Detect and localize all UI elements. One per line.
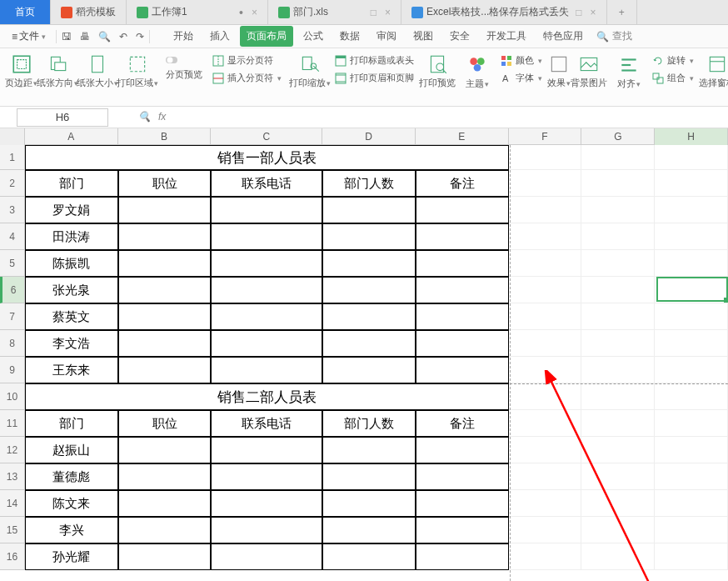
cell[interactable] [416,197,509,223]
row-header[interactable]: 16 [0,543,25,570]
cell[interactable] [655,357,728,383]
row-header[interactable]: 6 [0,277,25,303]
cell[interactable]: 部门 [25,410,118,437]
cell[interactable]: 张光泉 [25,277,118,303]
print-icon[interactable]: 🖶 [80,31,90,43]
row-header[interactable]: 3 [0,197,25,223]
cell[interactable] [118,437,212,463]
cell[interactable] [118,223,212,250]
ribbontab-formula[interactable]: 公式 [297,26,330,47]
cell[interactable] [581,463,655,490]
cell[interactable] [322,303,416,330]
cell[interactable] [416,223,509,250]
cell[interactable] [655,223,728,250]
row-header[interactable]: 15 [0,517,25,543]
cell[interactable] [581,543,655,570]
pin-icon[interactable]: □ [576,7,581,18]
cell[interactable] [416,517,509,543]
table-title-cell[interactable]: 销售一部人员表 [25,145,509,170]
print-preview-button[interactable]: 打印预览 [419,52,456,88]
redo-icon[interactable]: ↷ [136,31,144,43]
cell[interactable] [211,197,322,223]
cell[interactable]: 联系电话 [211,410,322,437]
cell[interactable] [655,437,728,463]
tab-template[interactable]: 稻壳模板 [51,0,127,24]
cell[interactable] [655,543,728,570]
cell[interactable] [509,357,582,383]
cell[interactable] [581,383,655,410]
cell[interactable]: 陈振凯 [25,250,118,277]
cell[interactable] [581,437,655,463]
cell[interactable] [509,303,582,330]
cell[interactable] [118,250,212,277]
cell[interactable]: 田洪涛 [25,223,118,250]
fx-icon[interactable]: 🔍 fx [138,111,166,123]
bgimg-button[interactable]: 背景图片 [571,52,607,88]
row-header[interactable]: 9 [0,357,25,383]
cell[interactable] [211,277,322,303]
cell[interactable] [118,330,212,357]
table-title-cell[interactable]: 销售二部人员表 [25,383,509,410]
cell[interactable] [211,250,322,277]
cell[interactable] [655,330,728,357]
print-titles-button[interactable]: 打印标题或表头 [332,53,417,68]
cell[interactable] [211,463,322,490]
font-button[interactable]: A字体▾ [497,70,546,86]
cell[interactable] [581,517,655,543]
ribbontab-review[interactable]: 审阅 [370,26,403,47]
cell[interactable] [581,277,655,303]
cell[interactable] [509,197,582,223]
ribbontab-data[interactable]: 数据 [333,26,366,47]
row-header[interactable]: 12 [0,437,25,463]
cell[interactable] [581,145,655,170]
cell[interactable]: 董德彪 [25,463,118,490]
file-menu-button[interactable]: ≡文件▾ [7,27,51,46]
cell[interactable] [322,490,416,517]
header-footer-button[interactable]: 打印页眉和页脚 [332,70,417,86]
size-button[interactable]: 纸张大小▾ [77,52,117,89]
cell[interactable] [581,410,655,437]
ribbontab-pagelayout[interactable]: 页面布局 [240,26,293,47]
cell[interactable] [322,197,416,223]
cell[interactable] [211,330,322,357]
cell[interactable] [416,330,509,357]
col-header-E[interactable]: E [416,128,509,145]
cell[interactable] [211,437,322,463]
cell[interactable] [416,303,509,330]
row-header[interactable]: 11 [0,410,25,437]
cell[interactable] [118,357,212,383]
ribbontab-insert[interactable]: 插入 [203,26,237,47]
cell[interactable] [655,277,728,303]
col-header-G[interactable]: G [581,128,655,145]
cell[interactable] [118,490,212,517]
ribbontab-special[interactable]: 特色应用 [536,26,590,47]
insert-break-button[interactable]: 插入分页符▾ [209,70,285,86]
tab-dept[interactable]: 部门.xls□× [268,0,401,24]
cell[interactable] [509,410,582,437]
cell[interactable] [416,277,509,303]
cell[interactable] [118,303,212,330]
close-icon[interactable]: × [591,7,596,18]
cell[interactable] [655,303,728,330]
spreadsheet-grid[interactable]: A B C D E F G H 1销售一部人员表2部门职位联系电话部门人数备注3… [0,128,728,581]
cell[interactable] [655,145,728,170]
cell[interactable] [322,543,416,570]
color-button[interactable]: 颜色▾ [497,53,546,68]
pin-icon[interactable]: □ [371,7,376,18]
cell[interactable]: 蔡英文 [25,303,118,330]
cell[interactable] [509,543,582,570]
cell[interactable] [322,357,416,383]
cell[interactable] [211,303,322,330]
row-header[interactable]: 2 [0,170,25,197]
row-header[interactable]: 1 [0,145,25,170]
col-header-B[interactable]: B [118,128,212,145]
cell[interactable] [211,223,322,250]
cell[interactable] [509,170,582,197]
col-header-A[interactable]: A [25,128,118,145]
cell[interactable] [118,517,212,543]
effect-button[interactable]: 效果▾ [547,52,571,89]
cell[interactable] [581,303,655,330]
name-box[interactable]: H6 [17,108,108,127]
row-header[interactable]: 8 [0,330,25,357]
cell[interactable] [509,463,582,490]
